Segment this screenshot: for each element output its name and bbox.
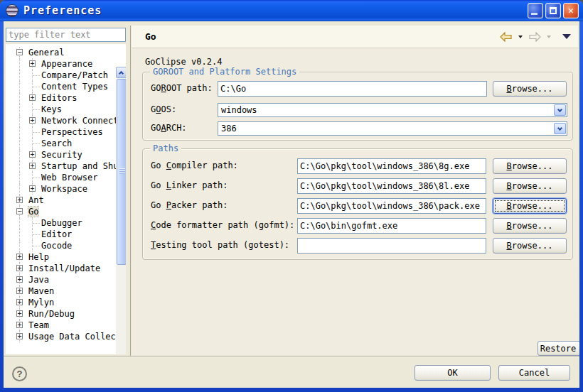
browse-button-label: Browse... bbox=[506, 221, 552, 231]
goroot-path-browse-button[interactable]: Browse... bbox=[493, 81, 567, 97]
expand-icon[interactable]: + bbox=[16, 299, 23, 305]
tree-item-help[interactable]: +Help bbox=[6, 251, 114, 263]
tree-item-label: Ant bbox=[28, 195, 44, 205]
group-title: Paths bbox=[150, 143, 181, 153]
go-compiler-path-browse-button[interactable]: Browse... bbox=[493, 158, 567, 174]
goarch-combo[interactable]: 386 bbox=[218, 121, 567, 136]
go-packer-path-browse-button[interactable]: Browse... bbox=[493, 198, 567, 214]
tree-item-compare-patch[interactable]: Compare/Patch bbox=[6, 70, 114, 81]
page-title: Go bbox=[145, 31, 498, 42]
combo-dropdown-button[interactable] bbox=[554, 104, 566, 116]
expand-icon[interactable]: + bbox=[16, 276, 23, 283]
testing-tool-path-browse-button[interactable]: Browse... bbox=[493, 238, 567, 254]
code-formatter-path-input[interactable] bbox=[297, 218, 486, 234]
history-nav bbox=[498, 31, 571, 43]
back-menu-button[interactable] bbox=[517, 34, 524, 40]
go-compiler-path-input[interactable] bbox=[297, 158, 486, 174]
go-compiler-path-row: Go Compiler path:Browse... bbox=[143, 158, 572, 174]
expand-icon[interactable]: + bbox=[16, 288, 23, 294]
expand-icon[interactable]: + bbox=[16, 254, 23, 260]
maximize-button[interactable] bbox=[545, 3, 561, 18]
help-button[interactable]: ? bbox=[12, 366, 27, 381]
expand-icon[interactable]: + bbox=[16, 322, 23, 328]
goroot-path-label: GOROOT path: bbox=[151, 83, 213, 93]
tree-item-label: Team bbox=[28, 320, 49, 330]
tree-item-debugger[interactable]: Debugger bbox=[6, 217, 114, 229]
collapse-icon[interactable]: − bbox=[16, 208, 23, 214]
tree-item-workspace[interactable]: +Workspace bbox=[6, 183, 114, 195]
tree-item-label: Mylyn bbox=[28, 298, 54, 307]
tree-item-content-types[interactable]: Content Types bbox=[6, 81, 114, 92]
forward-button[interactable] bbox=[527, 31, 542, 43]
tree-item-editor[interactable]: Editor bbox=[6, 229, 114, 240]
code-formatter-path-browse-button[interactable]: Browse... bbox=[493, 218, 567, 234]
tree-item-go[interactable]: −Go bbox=[6, 206, 114, 217]
expand-icon[interactable]: + bbox=[29, 60, 36, 67]
tree-item-keys[interactable]: Keys bbox=[6, 104, 114, 115]
scroll-up-button[interactable] bbox=[116, 67, 126, 78]
expand-icon[interactable]: + bbox=[29, 117, 36, 124]
tree-item-security[interactable]: +Security bbox=[6, 149, 114, 160]
collapse-icon[interactable]: − bbox=[16, 49, 23, 55]
tree-item-general[interactable]: −General bbox=[6, 47, 114, 58]
tree-item-web-browser[interactable]: Web Browser bbox=[6, 172, 114, 183]
minimize-button[interactable] bbox=[528, 3, 543, 18]
tree-vertical-scrollbar[interactable] bbox=[116, 67, 126, 354]
tree-item-startup-and-shutdown[interactable]: +Startup and Shu bbox=[6, 160, 114, 172]
eclipse-logo-icon bbox=[6, 4, 18, 17]
expand-icon[interactable]: + bbox=[16, 310, 23, 317]
restore-defaults-button[interactable]: Restore Defaults bbox=[537, 341, 579, 356]
panel-sash[interactable] bbox=[130, 26, 131, 356]
tree-item-run-debug[interactable]: +Run/Debug bbox=[6, 308, 114, 320]
goos-combo[interactable]: windows bbox=[218, 103, 567, 117]
go-packer-path-input[interactable] bbox=[297, 198, 486, 214]
expand-icon[interactable]: + bbox=[29, 185, 36, 192]
tree-item-maven[interactable]: +Maven bbox=[6, 285, 114, 297]
testing-tool-path-input[interactable] bbox=[297, 238, 486, 254]
close-button[interactable]: ✕ bbox=[563, 3, 579, 18]
tree-item-mylyn[interactable]: +Mylyn bbox=[6, 297, 114, 308]
tree-item-label: Workspace bbox=[41, 184, 87, 194]
expand-icon[interactable]: + bbox=[16, 197, 23, 203]
tree-item-search[interactable]: Search bbox=[6, 138, 114, 149]
ok-button[interactable]: OK bbox=[414, 365, 491, 381]
filter-input[interactable] bbox=[6, 28, 126, 42]
go-linker-path-browse-button[interactable]: Browse... bbox=[493, 178, 567, 194]
tree-item-team[interactable]: +Team bbox=[6, 320, 114, 331]
combo-dropdown-button[interactable] bbox=[554, 123, 566, 134]
tree-item-label: Perspectives bbox=[41, 127, 103, 137]
expand-icon[interactable]: + bbox=[29, 94, 36, 101]
expand-icon[interactable]: + bbox=[29, 151, 36, 158]
preferences-tree[interactable]: −General+AppearanceCompare/PatchContent … bbox=[6, 44, 126, 354]
goroot-path-input[interactable] bbox=[218, 81, 487, 97]
title-bar[interactable]: Preferences ✕ bbox=[0, 0, 583, 21]
tree-item-java[interactable]: +Java bbox=[6, 274, 114, 285]
tree-item-appearance[interactable]: +Appearance bbox=[6, 58, 114, 70]
tree-item-ant[interactable]: +Ant bbox=[6, 195, 114, 206]
tree-item-label: Editors bbox=[41, 93, 77, 103]
tree-item-usage-data-collector[interactable]: +Usage Data Collect bbox=[6, 331, 114, 342]
expand-icon[interactable]: + bbox=[29, 163, 36, 169]
tree-item-label: Keys bbox=[41, 104, 62, 114]
browse-button-label: Browse... bbox=[506, 181, 552, 191]
back-button[interactable] bbox=[498, 31, 514, 43]
tree-item-editors[interactable]: +Editors bbox=[6, 92, 114, 104]
expand-icon[interactable]: + bbox=[16, 265, 23, 271]
browse-button-label: Browse... bbox=[506, 201, 552, 211]
expand-icon[interactable]: + bbox=[16, 333, 23, 339]
tree-item-gocode[interactable]: Gocode bbox=[6, 240, 114, 251]
view-menu-button[interactable] bbox=[562, 34, 571, 39]
tree-item-network-connections[interactable]: +Network Connect bbox=[6, 115, 114, 126]
tree-item-perspectives[interactable]: Perspectives bbox=[6, 126, 114, 138]
cancel-button[interactable]: Cancel bbox=[498, 365, 570, 381]
go-linker-path-input[interactable] bbox=[297, 178, 486, 194]
tree-item-label: Debugger bbox=[41, 218, 82, 228]
forward-menu-button[interactable] bbox=[545, 34, 552, 40]
goarch-label: GOARCH: bbox=[151, 123, 187, 133]
go-packer-path-row: Go Packer path:Browse... bbox=[143, 198, 572, 214]
forward-icon bbox=[528, 32, 541, 42]
tree-item-install-update[interactable]: +Install/Update bbox=[6, 263, 114, 274]
plugin-version-label: GoClipse v0.2.4 bbox=[145, 57, 222, 67]
code-formatter-path-label: Code formatter path (gofmt): bbox=[151, 220, 294, 230]
vertical-scroll-thumb[interactable] bbox=[117, 79, 126, 265]
